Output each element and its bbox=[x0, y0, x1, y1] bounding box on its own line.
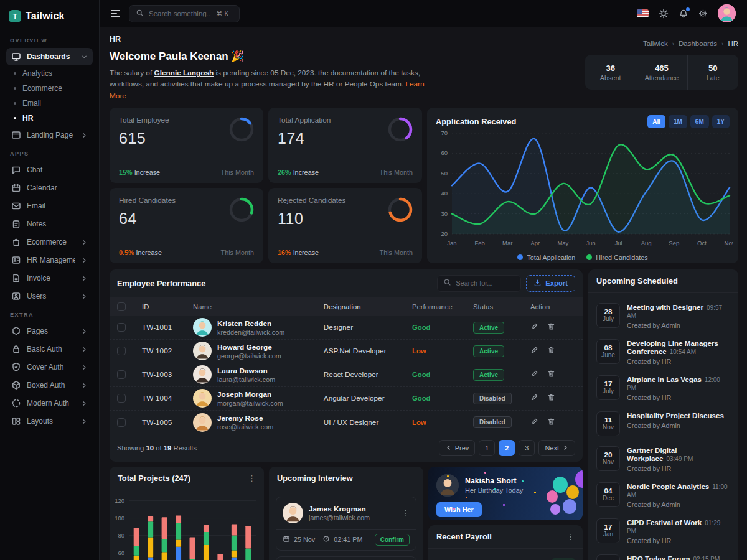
row-checkbox[interactable] bbox=[117, 323, 126, 332]
delete-trash-icon[interactable] bbox=[547, 370, 555, 380]
global-search[interactable]: ⌘ K bbox=[129, 5, 240, 22]
light-mode-icon[interactable] bbox=[659, 9, 669, 19]
sidebar-item-modern-auth[interactable]: Modern Auth bbox=[6, 394, 93, 412]
row-checkbox[interactable] bbox=[117, 418, 126, 427]
wish-her-button[interactable]: Wish Her bbox=[436, 502, 482, 517]
range-button-1m[interactable]: 1M bbox=[669, 115, 687, 128]
edit-pencil-icon[interactable] bbox=[530, 322, 538, 332]
interview-item[interactable]: Michael ScottmichaelScott@tailwick.com ⋮… bbox=[276, 556, 416, 560]
scheduled-item[interactable]: 17July Airplane in Las Vegas12:00 PM Cre… bbox=[596, 370, 730, 406]
sidebar-item-boxed-auth[interactable]: Boxed Auth bbox=[6, 376, 93, 394]
svg-text:40: 40 bbox=[441, 190, 448, 197]
legend-item[interactable]: Total Application bbox=[517, 254, 575, 261]
edit-pencil-icon[interactable] bbox=[530, 346, 538, 356]
chevron-right-icon bbox=[81, 257, 88, 264]
svg-text:60: 60 bbox=[441, 149, 448, 156]
edit-pencil-icon[interactable] bbox=[530, 393, 538, 403]
scheduled-item[interactable]: 20Nov Gartner Digital Workplace03:49 PM … bbox=[596, 441, 730, 477]
breadcrumb-separator-icon: › bbox=[672, 40, 674, 47]
sidebar-item-ecommerce[interactable]: Ecommerce bbox=[6, 233, 93, 251]
sidebar-item-hr-management[interactable]: HR Management bbox=[6, 251, 93, 269]
page-button-3[interactable]: 3 bbox=[519, 440, 535, 456]
sidebar-item-landing-page[interactable]: Landing Page bbox=[6, 126, 93, 144]
table-row[interactable]: TW-1001 Kristen Reddenkredden@tailwick.c… bbox=[110, 316, 583, 340]
interview-item[interactable]: James Krogmanjames@tailwick.com ⋮ 25 Nov… bbox=[276, 497, 416, 551]
kebab-menu-icon[interactable]: ⋮ bbox=[566, 533, 575, 541]
payroll-row[interactable]: ↗ Christopher Horn $145.32 Paid bbox=[436, 554, 575, 560]
page-button-2[interactable]: 2 bbox=[499, 440, 515, 456]
breadcrumb-item[interactable]: Dashboards bbox=[679, 40, 717, 47]
prev-page-button[interactable]: Prev bbox=[439, 440, 476, 456]
delete-trash-icon[interactable] bbox=[547, 418, 555, 427]
table-search[interactable] bbox=[437, 275, 521, 292]
edit-pencil-icon[interactable] bbox=[530, 418, 538, 427]
range-button-all[interactable]: All bbox=[647, 115, 665, 128]
sidebar-item-chat[interactable]: Chat bbox=[6, 161, 93, 179]
event-title: Nordic People Analytics11:00 AM bbox=[627, 482, 730, 498]
svg-text:Oct: Oct bbox=[697, 240, 707, 246]
interview-status-badge[interactable]: Confirm bbox=[375, 534, 410, 546]
settings-gear-icon[interactable] bbox=[698, 9, 708, 18]
scheduled-item[interactable]: 08June Developing Line Managers Conferen… bbox=[596, 334, 730, 370]
user-avatar[interactable] bbox=[718, 4, 736, 22]
sidebar-item-calendar[interactable]: Calendar bbox=[6, 179, 93, 197]
row-checkbox[interactable] bbox=[117, 394, 126, 403]
table-row[interactable]: TW-1004 Joseph Morganmorgan@tailwick.com… bbox=[110, 387, 583, 411]
sidebar-item-pages[interactable]: Pages bbox=[6, 322, 93, 340]
sidebar-item-ecommerce[interactable]: Ecommerce bbox=[6, 81, 93, 96]
sidebar-item-layouts[interactable]: Layouts bbox=[6, 413, 93, 430]
menu-toggle-icon[interactable] bbox=[111, 10, 120, 17]
sidebar-item-email[interactable]: Email bbox=[6, 197, 93, 215]
scheduled-item[interactable]: 11Nov Hospitality Project Discuses Creat… bbox=[596, 406, 730, 441]
table-search-input[interactable] bbox=[456, 279, 515, 287]
delete-trash-icon[interactable] bbox=[547, 393, 555, 403]
select-all-checkbox[interactable] bbox=[117, 302, 126, 311]
sidebar-item-invoice[interactable]: Invoice bbox=[6, 269, 93, 287]
scheduled-item[interactable]: 28July Meeting with Designer09:57 AM Cre… bbox=[596, 298, 730, 334]
payroll-list: ↗ Christopher Horn $145.32 Paid ↖ Richar… bbox=[428, 549, 583, 560]
scheduled-item[interactable]: 17Jan CIPD Festival of Work01:29 PM Crea… bbox=[596, 513, 730, 549]
next-page-button[interactable]: Next bbox=[538, 440, 575, 456]
scheduled-item[interactable]: 04Dec Nordic People Analytics11:00 AM Cr… bbox=[596, 477, 730, 513]
mail-icon bbox=[11, 201, 21, 211]
row-checkbox[interactable] bbox=[117, 347, 126, 355]
employee-avatar bbox=[193, 413, 212, 432]
sidebar-item-email[interactable]: Email bbox=[6, 96, 93, 111]
sidebar-item-users[interactable]: Users bbox=[6, 287, 93, 305]
delete-trash-icon[interactable] bbox=[547, 322, 555, 332]
table-row[interactable]: TW-1003 Laura Dawsonlaura@tailwick.com R… bbox=[110, 363, 583, 387]
notifications-bell-icon[interactable] bbox=[679, 9, 688, 19]
flag-us-icon[interactable] bbox=[637, 9, 649, 17]
page-button-1[interactable]: 1 bbox=[479, 440, 495, 456]
breadcrumb-item[interactable]: HR bbox=[728, 40, 738, 47]
kebab-menu-icon[interactable]: ⋮ bbox=[248, 474, 256, 482]
employee-name: Howard George bbox=[217, 343, 281, 352]
employee-id: TW-1001 bbox=[142, 323, 193, 332]
range-button-6m[interactable]: 6M bbox=[690, 115, 709, 128]
employee-name-link[interactable]: Glennie Langosh bbox=[154, 68, 214, 77]
range-button-1y[interactable]: 1Y bbox=[712, 115, 730, 128]
table-row[interactable]: TW-1005 Jeremy Roserose@tailwick.com UI … bbox=[110, 411, 583, 434]
kebab-menu-icon[interactable]: ⋮ bbox=[402, 509, 410, 517]
sidebar-item-hr[interactable]: HR bbox=[6, 111, 93, 126]
scheduled-item[interactable]: 03Feb HRO Today Forum02:15 PM Created by… bbox=[596, 549, 730, 560]
row-checkbox[interactable] bbox=[117, 370, 126, 379]
edit-pencil-icon[interactable] bbox=[530, 370, 538, 380]
export-button[interactable]: Export bbox=[526, 275, 575, 292]
table-row[interactable]: TW-1002 Howard Georgegeorge@tailwick.com… bbox=[110, 340, 583, 363]
legend-item[interactable]: Hired Candidates bbox=[586, 254, 647, 261]
notes-icon bbox=[11, 219, 21, 229]
sidebar-item-basic-auth[interactable]: Basic Auth bbox=[6, 340, 93, 358]
search-input[interactable] bbox=[149, 10, 211, 17]
delete-trash-icon[interactable] bbox=[547, 346, 555, 356]
sidebar-item-analytics[interactable]: Analytics bbox=[6, 66, 93, 81]
chat-icon bbox=[11, 165, 21, 175]
event-title: CIPD Festival of Work01:29 PM bbox=[627, 518, 730, 534]
pages-icon bbox=[11, 326, 21, 336]
chevron-right-icon bbox=[81, 328, 88, 335]
sidebar-item-notes[interactable]: Notes bbox=[6, 215, 93, 233]
sidebar-item-dashboards[interactable]: Dashboards bbox=[6, 48, 93, 65]
breadcrumb-item[interactable]: Tailwick bbox=[643, 40, 668, 47]
sidebar-item-cover-auth[interactable]: Cover Auth bbox=[6, 358, 93, 376]
brand[interactable]: T Tailwick bbox=[6, 7, 93, 31]
